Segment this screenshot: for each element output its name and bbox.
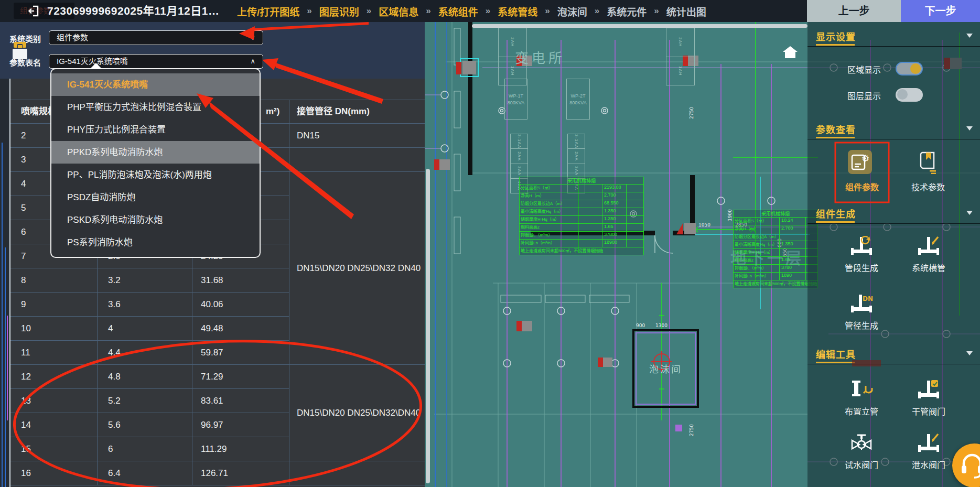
table-cell: 13 (10, 389, 97, 413)
foam-station-room[interactable]: 泡沫间 (632, 329, 699, 408)
cabinet-cell: 2AH (499, 28, 526, 57)
table-cell: 12 (10, 365, 97, 388)
breadcrumb-step[interactable]: 系统管线 (498, 4, 537, 18)
table-cell: 6 (97, 437, 192, 461)
smoke-table-label: 补风量Lb（m³/h） (520, 240, 602, 247)
horizontal-scrollbar[interactable] (472, 24, 807, 28)
tool-管段生成[interactable]: 管段生成 (830, 236, 893, 274)
table-row[interactable]: 114.459.87 (10, 341, 289, 365)
breadcrumb-step[interactable]: 上传/打开图纸 (237, 4, 299, 18)
collapse-icon-display[interactable] (966, 34, 973, 38)
svg-text:DN: DN (863, 295, 873, 302)
dropdown-option[interactable]: PSKD系列电动消防水炮 (51, 209, 260, 231)
dropdown-option[interactable]: IG-541灭火系统喷嘴 (51, 73, 260, 96)
tool-label: 干管阀门 (897, 405, 960, 417)
toggle-on[interactable] (896, 62, 923, 75)
dropdown-option[interactable]: PHP平衡压力式泡沫比例混合装置 (51, 96, 260, 118)
exit-icon[interactable] (27, 5, 40, 17)
tool-试水阀门[interactable]: 试水阀门 (830, 433, 893, 471)
smoke-table-label: 燃料面高z (520, 224, 602, 231)
table-cell: 14 (10, 413, 97, 437)
table-row[interactable]: 135.283.61 (10, 389, 289, 413)
table-row[interactable]: 93.640.06 (10, 293, 289, 317)
cabinet-group: 2AH1AH (498, 28, 527, 85)
smoke-table-value: 2193.08 (602, 185, 627, 192)
next-step-button[interactable]: 下一步 (901, 0, 980, 22)
table-cell: 71.29 (192, 365, 289, 388)
param-table-select[interactable]: IG-541灭火系统喷嘴 ∧ (49, 54, 263, 69)
table-cell: 31.68 (192, 268, 289, 292)
collapse-icon-edit[interactable] (966, 351, 973, 355)
smoke-table-note: 地上走道或房间未超500㎡，不设置排烟措施 (520, 247, 643, 253)
prev-step-button[interactable]: 上一步 (807, 0, 901, 22)
cabinet-label: 1AH (510, 66, 515, 76)
section-generate: 组件生成 (816, 207, 856, 220)
smoke-table-extra (627, 192, 643, 200)
collapse-icon-params[interactable] (966, 126, 973, 131)
section-rule (807, 223, 980, 224)
table-row[interactable]: 166.4126.71 (10, 461, 289, 485)
smoke-table-value: 2.700 (780, 225, 806, 233)
section-underline (816, 44, 855, 46)
toggle-off[interactable] (896, 88, 923, 102)
dropdown-option[interactable]: PPKD系列电动消防水炮 (51, 141, 260, 164)
breadcrumb-step[interactable]: 系统组件 (438, 4, 478, 18)
cabinet-cell: 3-1AA (511, 134, 527, 149)
table-cell: 40.06 (192, 293, 289, 316)
breadcrumb-separator: » (367, 6, 371, 16)
component-params-icon[interactable]: ⚙ (848, 150, 872, 174)
transformer-wp2-kva: 800KVA (567, 100, 589, 105)
table-row[interactable]: 124.871.29 (10, 365, 289, 389)
tools-panel: 显示设置 区域显示图层显示 参数查看 ⚙ 组件参数 技术参数 组件生成 编辑工具… (807, 22, 980, 487)
tech-params-button-label[interactable]: 技术参数 (901, 180, 955, 193)
table-row[interactable]: 83.231.68 (10, 268, 289, 293)
table-row[interactable]: 156111.29 (10, 437, 289, 461)
smoke-table-title: 采用机械排烟 (734, 210, 817, 218)
cabinet-label: 2AH (678, 37, 683, 47)
smoke-table-row: 补风量Lb（m³/h）1890 (734, 273, 817, 280)
breadcrumb-step[interactable]: 区域信息 (379, 4, 418, 18)
dim-1900: 1900 (727, 209, 733, 221)
breadcrumb-step[interactable]: 图层识别 (319, 4, 359, 18)
dropdown-option[interactable]: PP、PL消防泡沫炮及泡沫(水)两用炮 (51, 164, 260, 186)
dropdown-option[interactable]: PHY压力式比例混合装置 (51, 118, 260, 141)
breadcrumb-separator: » (486, 6, 490, 16)
cell-dn-merged-a: DN15\DN20 DN25\DN32 DN40 (289, 172, 425, 365)
table-cell: 111.29 (192, 437, 289, 461)
breadcrumb-step[interactable]: 统计出图 (666, 4, 706, 18)
breadcrumb-step[interactable]: 泡沫间 (557, 4, 587, 18)
smoke-table-label: 最小清晰高度Hq（m） (520, 208, 602, 215)
table-row[interactable]: 10449.48 (10, 317, 289, 341)
cabinet-cell: 3-1AA (568, 134, 585, 149)
tool-系统横管[interactable]: 系统横管 (897, 236, 960, 274)
smoke-table-label: 净高H（m） (734, 225, 780, 233)
tech-params-icon[interactable] (916, 150, 940, 174)
smoke-table-value (780, 233, 806, 241)
table-cell: 5.2 (97, 389, 192, 413)
dropdown-option[interactable]: PS系列消防水炮 (51, 231, 260, 254)
table-cell: 8 (10, 268, 97, 292)
tool-label: 试水阀门 (830, 458, 893, 471)
tool-管径生成[interactable]: DN管径生成 (830, 294, 893, 331)
breadcrumb-step[interactable]: 系统元件 (607, 4, 647, 18)
table-cell: 59.87 (192, 341, 289, 364)
tool-泄水阀门[interactable]: 泄水阀门 (897, 433, 960, 471)
dropdown-option[interactable]: PSDZ自动消防炮 (51, 186, 260, 209)
component-params-button-label[interactable]: 组件参数 (835, 180, 889, 193)
vertical-scrollbar[interactable] (426, 169, 430, 483)
support-fab[interactable] (952, 443, 980, 487)
tool-布置立管[interactable]: 布置立管 (830, 380, 893, 417)
section-underline (816, 362, 855, 363)
smoke-table-extra (627, 216, 643, 223)
smoke-table-row: 分区面积S（㎡）2193.08 (520, 185, 643, 192)
category-select[interactable]: 组件参数 ∨ (49, 30, 263, 45)
collapse-icon-generate[interactable] (966, 211, 973, 215)
transformer-wp1-kva: 800KVA (505, 100, 527, 105)
table-row[interactable]: 145.696.97 (10, 413, 289, 437)
section-rule (807, 139, 980, 139)
cell-dn-row2: DN15 (289, 124, 425, 148)
tool-干管阀门[interactable]: 干管阀门 (897, 380, 960, 417)
section-underline (816, 137, 855, 138)
smoke-table-extra (627, 200, 643, 208)
drawing-title: 723069999692025年11月12日1… (47, 0, 219, 22)
